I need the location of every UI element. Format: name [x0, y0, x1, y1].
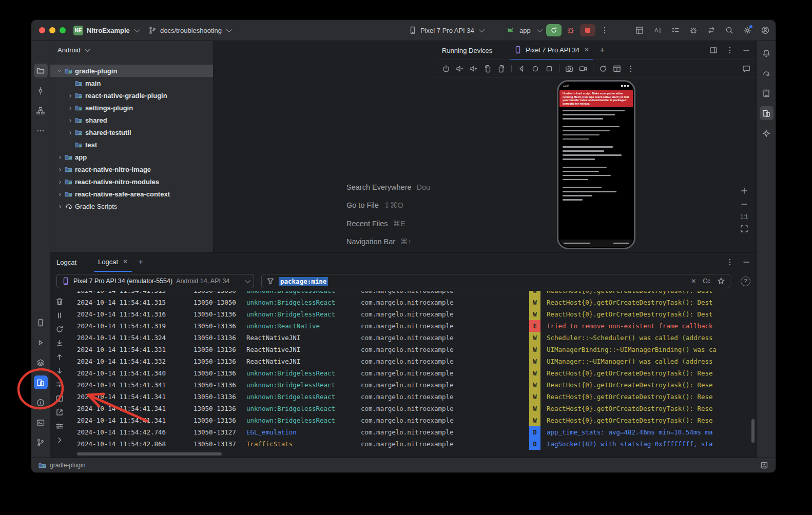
horizontal-scrollbar[interactable]	[77, 452, 222, 455]
tree-item-app[interactable]: ›app	[50, 151, 213, 163]
power-icon[interactable]	[442, 65, 450, 73]
more-icon[interactable]	[627, 65, 635, 73]
running-devices-icon[interactable]	[760, 106, 774, 120]
favorite-filter-icon[interactable]	[717, 277, 725, 285]
hide-panel-icon[interactable]	[742, 46, 750, 54]
chevron-right-icon[interactable]: ›	[66, 116, 75, 124]
tree-item-settings-plugin[interactable]: ›settings-plugin	[50, 102, 213, 114]
split-panel-icon[interactable]	[55, 394, 64, 403]
tree-item-main[interactable]: main	[50, 77, 213, 89]
add-logcat-tab-icon[interactable]: +	[138, 257, 143, 267]
log-row[interactable]: 2024-10-14 11:54:41.31513050-13050unknow…	[69, 296, 757, 308]
run-config-label[interactable]: app	[519, 27, 531, 34]
close-tab-icon[interactable]: ✕	[584, 46, 589, 53]
device-manager-icon[interactable]	[760, 86, 774, 100]
project-icon[interactable]	[34, 64, 48, 77]
tree-item-test[interactable]: test	[50, 138, 213, 151]
device-tab[interactable]: Pixel 7 Pro API 34 ✕	[510, 41, 593, 60]
log-row[interactable]: 2024-10-14 11:54:42.86813050-13137Traffi…	[69, 438, 757, 450]
zoom-out-icon[interactable]	[740, 200, 748, 208]
build-icon[interactable]	[34, 355, 48, 369]
layout-options-icon[interactable]	[709, 46, 718, 54]
feedback-icon[interactable]	[742, 65, 750, 73]
display-mode-icon[interactable]	[613, 65, 621, 73]
tree-item-shared[interactable]: ›shared	[50, 114, 213, 126]
account-icon[interactable]	[761, 26, 769, 34]
tree-item-gradle-plugin[interactable]: ›gradle-plugin	[50, 65, 213, 77]
tree-item-react-native-nitro-image[interactable]: ›react-native-nitro-image	[50, 163, 213, 175]
emulator-screen[interactable]: 11:54 Unable to load script. Make sure y…	[557, 80, 635, 249]
volume-down-icon[interactable]	[456, 65, 464, 73]
tree-item-react-native-nitro-modules[interactable]: ›react-native-nitro-modules	[50, 175, 213, 188]
chevron-right-icon[interactable]: ›	[55, 177, 65, 186]
version-control-icon[interactable]	[34, 435, 48, 449]
commit-icon[interactable]	[34, 84, 48, 97]
log-row[interactable]: 2024-10-14 11:54:41.33213050-13136ReactN…	[69, 355, 757, 367]
snapshot-icon[interactable]	[599, 65, 607, 73]
overview-icon[interactable]	[545, 65, 553, 73]
zoom-reset-label[interactable]: 1:1	[740, 213, 748, 220]
add-device-tab-icon[interactable]: +	[600, 45, 605, 55]
emulator-icon[interactable]	[34, 315, 48, 329]
gradle-icon[interactable]	[760, 66, 774, 80]
close-tab-icon[interactable]: ✕	[123, 258, 128, 265]
tree-item-react-native-safe-area-context[interactable]: ›react-native-safe-area-context	[50, 188, 213, 200]
profiler-icon[interactable]	[689, 26, 698, 34]
chevron-right-icon[interactable]: ›	[66, 104, 75, 112]
filter-query[interactable]: package:mine	[279, 277, 328, 286]
soft-wrap-icon[interactable]	[55, 380, 64, 389]
pause-logcat-icon[interactable]	[55, 311, 64, 320]
statusbar-widget-icon[interactable]	[760, 461, 768, 469]
record-icon[interactable]	[579, 65, 587, 73]
settings-icon[interactable]	[743, 26, 751, 34]
todo-list-icon[interactable]	[671, 26, 680, 34]
log-row[interactable]: 2024-10-14 11:54:41.31513050-13050unknow…	[69, 291, 757, 296]
restart-logcat-icon[interactable]	[55, 325, 64, 334]
scroll-to-end-icon[interactable]	[55, 339, 64, 348]
problems-icon[interactable]	[34, 395, 48, 409]
hide-panel-icon[interactable]	[742, 258, 750, 266]
structure-icon[interactable]	[34, 104, 48, 117]
minimize-button[interactable]	[49, 27, 55, 33]
chevron-down-icon[interactable]: ›	[56, 66, 64, 75]
previous-occurrence-icon[interactable]	[55, 352, 64, 362]
log-row[interactable]: 2024-10-14 11:54:41.34113050-13136unknow…	[69, 414, 757, 426]
log-row[interactable]: 2024-10-14 11:54:41.34013050-13136unknow…	[69, 367, 757, 379]
zoom-fit-icon[interactable]	[740, 225, 748, 233]
expand-icon[interactable]	[55, 435, 64, 445]
clear-filter-icon[interactable]: ✕	[691, 278, 696, 285]
search-everywhere-icon[interactable]	[725, 26, 733, 34]
log-row[interactable]: 2024-10-14 11:54:41.31913050-13136unknow…	[69, 320, 757, 332]
logcat-settings-icon[interactable]	[55, 422, 64, 431]
back-icon[interactable]	[517, 65, 526, 73]
close-button[interactable]	[39, 27, 45, 33]
notifications-icon[interactable]	[760, 46, 774, 60]
export-icon[interactable]	[55, 408, 64, 417]
zoom-button[interactable]	[60, 27, 66, 33]
more-tool-windows-icon[interactable]	[34, 124, 48, 137]
chevron-right-icon[interactable]: ›	[66, 128, 75, 136]
chevron-right-icon[interactable]: ›	[55, 165, 65, 173]
gemini-icon[interactable]	[760, 126, 774, 140]
device-mirroring-icon[interactable]	[635, 26, 644, 34]
tree-item-shared-testutil[interactable]: ›shared-testutil	[50, 126, 213, 138]
chevron-right-icon[interactable]: ›	[55, 153, 65, 161]
project-view-mode[interactable]: Android	[57, 46, 81, 54]
branch-widget[interactable]: docs/troubleshooting	[148, 20, 230, 41]
logcat-tab[interactable]: Logcat ✕	[94, 252, 132, 272]
ai-actions-icon[interactable]: A	[653, 26, 662, 34]
match-case-toggle[interactable]: Cc	[703, 278, 710, 285]
debug-button[interactable]	[567, 26, 575, 34]
editor-area[interactable]: Search EverywhereDouGo to File⇧⌘ORecent …	[214, 41, 436, 252]
run-icon[interactable]	[34, 335, 48, 349]
more-options-icon[interactable]	[726, 46, 734, 54]
tree-item-react-native-gradle-plugin[interactable]: ›react-native-gradle-plugin	[50, 89, 213, 102]
run-button[interactable]	[546, 24, 562, 36]
log-row[interactable]: 2024-10-14 11:54:42.74613050-13127EGL_em…	[69, 426, 757, 438]
clear-logcat-icon[interactable]	[55, 297, 64, 306]
log-row[interactable]: 2024-10-14 11:54:41.34113050-13136unknow…	[69, 391, 757, 403]
terminal-icon[interactable]	[34, 415, 48, 429]
logcat-filter-field[interactable]: package:mine ✕ Cc	[261, 274, 730, 288]
log-row[interactable]: 2024-10-14 11:54:41.33113050-13136ReactN…	[69, 344, 757, 355]
logcat-icon[interactable]	[34, 375, 48, 389]
